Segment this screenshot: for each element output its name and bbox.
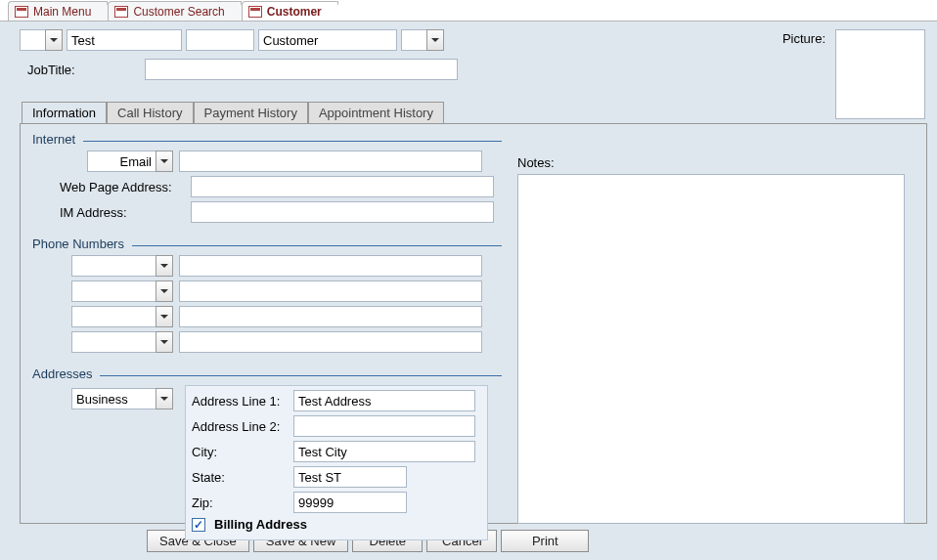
phone4-type-dropdown[interactable]	[71, 331, 173, 353]
last-name-input[interactable]	[258, 29, 397, 51]
form-icon	[15, 6, 28, 18]
picture-box[interactable]	[835, 29, 925, 119]
nav-tab-label: Customer	[267, 5, 322, 19]
addr-line2-label: Address Line 2:	[192, 419, 288, 434]
phone-group: Phone Numbers	[32, 237, 502, 357]
phone1-type-input[interactable]	[71, 255, 156, 277]
picture-label: Picture:	[782, 31, 825, 46]
nav-tab-label: Customer Search	[133, 5, 224, 19]
dropdown-button[interactable]	[45, 29, 63, 51]
city-input[interactable]	[293, 441, 475, 462]
nav-tab-customer-search[interactable]: Customer Search	[108, 1, 241, 21]
dropdown-button[interactable]	[156, 388, 173, 409]
addr-line1-label: Address Line 1:	[192, 394, 288, 409]
tab-control: Information Call History Payment History…	[20, 100, 927, 524]
billing-address-checkbox[interactable]	[192, 518, 205, 532]
dropdown-button[interactable]	[156, 151, 173, 172]
im-address-input[interactable]	[191, 201, 494, 223]
nav-tabs: Main Menu Customer Search Customer	[0, 0, 937, 22]
middle-name-input[interactable]	[186, 29, 254, 51]
internet-group-label: Internet	[32, 132, 75, 147]
jobtitle-label: JobTitle:	[27, 63, 139, 77]
phone2-type-dropdown[interactable]	[71, 280, 173, 302]
nav-tab-label: Main Menu	[33, 5, 91, 19]
email-type-input[interactable]	[87, 151, 156, 172]
im-address-label: IM Address:	[60, 205, 185, 220]
addr-line1-input[interactable]	[293, 390, 475, 411]
suffix-dropdown[interactable]	[401, 29, 444, 51]
nav-tab-customer[interactable]: Customer	[242, 1, 338, 21]
phone3-input[interactable]	[179, 306, 482, 327]
zip-input[interactable]	[293, 492, 407, 513]
dropdown-button[interactable]	[156, 331, 173, 353]
addr-line2-input[interactable]	[293, 415, 475, 437]
tab-information[interactable]: Information	[22, 102, 107, 124]
email-input[interactable]	[179, 151, 482, 172]
svg-rect-1	[17, 8, 26, 11]
dropdown-button[interactable]	[426, 29, 444, 51]
email-type-dropdown[interactable]	[87, 151, 173, 172]
billing-address-label: Billing Address	[214, 517, 307, 532]
addresses-group: Addresses Address Line 1: Address L	[32, 366, 502, 540]
internet-group: Internet Web Page Address:	[32, 132, 502, 227]
form-icon	[114, 6, 128, 18]
phone1-input[interactable]	[179, 255, 482, 277]
web-address-label: Web Page Address:	[60, 180, 185, 194]
addresses-group-label: Addresses	[32, 366, 92, 381]
phone2-input[interactable]	[179, 280, 482, 302]
city-label: City:	[192, 445, 288, 459]
phone-group-label: Phone Numbers	[32, 237, 124, 251]
nav-tab-main-menu[interactable]: Main Menu	[8, 1, 108, 21]
address-type-input[interactable]	[71, 388, 156, 409]
svg-rect-5	[250, 8, 260, 11]
suffix-input[interactable]	[401, 29, 426, 51]
zip-label: Zip:	[192, 495, 288, 510]
notes-label: Notes:	[517, 155, 915, 170]
prefix-input[interactable]	[20, 29, 45, 51]
phone4-type-input[interactable]	[71, 331, 156, 353]
phone3-type-dropdown[interactable]	[71, 306, 173, 327]
state-label: State:	[192, 470, 288, 485]
dropdown-button[interactable]	[156, 280, 173, 302]
prefix-dropdown[interactable]	[20, 29, 63, 51]
svg-rect-3	[116, 8, 126, 11]
phone1-type-dropdown[interactable]	[71, 255, 173, 277]
print-button[interactable]: Print	[501, 530, 589, 552]
dropdown-button[interactable]	[156, 255, 173, 277]
phone4-input[interactable]	[179, 331, 482, 353]
web-address-input[interactable]	[191, 176, 494, 197]
jobtitle-input[interactable]	[145, 59, 458, 80]
tab-appointment-history[interactable]: Appointment History	[308, 102, 444, 123]
tab-payment-history[interactable]: Payment History	[194, 102, 308, 123]
state-input[interactable]	[293, 466, 407, 488]
notes-textarea[interactable]	[517, 174, 905, 524]
phone2-type-input[interactable]	[71, 280, 156, 302]
address-box: Address Line 1: Address Line 2: City:	[185, 385, 488, 540]
dropdown-button[interactable]	[156, 306, 173, 327]
tab-call-history[interactable]: Call History	[107, 102, 193, 123]
phone3-type-input[interactable]	[71, 306, 156, 327]
form-icon	[248, 6, 262, 18]
address-type-dropdown[interactable]	[71, 388, 173, 409]
first-name-input[interactable]	[67, 29, 182, 51]
